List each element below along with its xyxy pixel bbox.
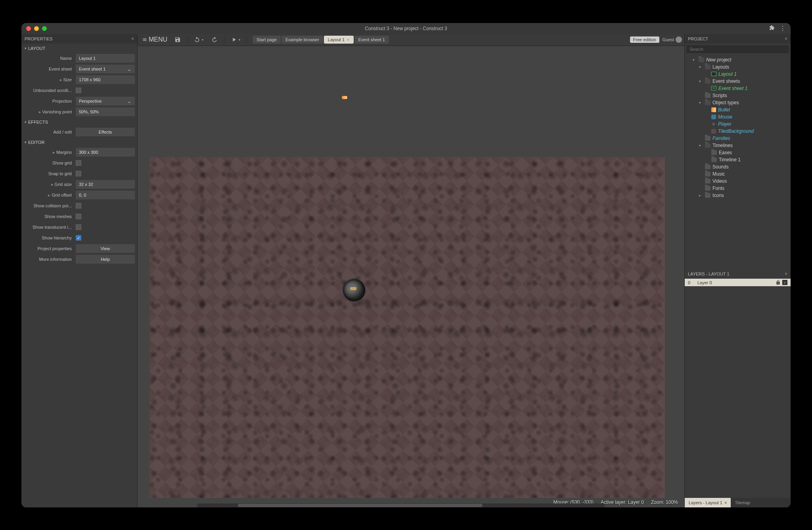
visibility-icon[interactable]: ✓ — [782, 280, 787, 285]
tree-music-folder[interactable]: Music — [686, 170, 790, 178]
maximize-window-button[interactable] — [42, 26, 47, 31]
play-button[interactable]: ▾ — [228, 35, 243, 44]
tree-scripts-folder[interactable]: Scripts — [686, 92, 790, 99]
folder-icon — [705, 172, 710, 176]
project-search-input[interactable] — [686, 45, 789, 53]
tab-startpage[interactable]: Start page — [253, 36, 281, 44]
tree-layouts-folder[interactable]: ▾Layouts — [686, 63, 790, 71]
prop-hierarchy-checkbox[interactable] — [76, 235, 81, 241]
prop-vanishing-input[interactable]: 50%, 50% — [76, 107, 135, 116]
tree-families-folder[interactable]: Families — [686, 135, 790, 142]
prop-gridoffset-input[interactable]: 0, 0 — [76, 191, 135, 199]
tree-obj-bullet[interactable]: Bullet — [686, 106, 790, 113]
prop-label-projprops: Project properties — [21, 246, 76, 251]
horizontal-scrollbar[interactable] — [197, 503, 605, 507]
prop-gridsize-input[interactable]: 32 x 32 — [76, 180, 135, 189]
menu-button[interactable]: MENU — [140, 34, 170, 45]
tree-eases-folder[interactable]: Eases — [686, 149, 790, 156]
tab-layout1[interactable]: Layout 1× — [324, 36, 354, 44]
tree-obj-tiledbg[interactable]: TiledBackground — [686, 128, 790, 135]
prop-eventsheet-select[interactable]: Event sheet 1 — [76, 65, 135, 73]
tree-objtypes-folder[interactable]: ▾Object types — [686, 99, 790, 106]
layers-tabs: Layers - Layout 1× Tilemap — [685, 498, 791, 507]
bullet-icon — [711, 107, 716, 112]
layers-header: LAYERS - LAYOUT 1 × — [685, 269, 791, 279]
layout-section-header[interactable]: LAYOUT — [21, 44, 137, 53]
tab-tilemap[interactable]: Tilemap — [731, 498, 754, 507]
minimize-window-button[interactable] — [34, 26, 39, 31]
player-icon — [711, 122, 716, 126]
folder-icon — [705, 143, 710, 148]
prop-collision-checkbox[interactable] — [76, 203, 81, 209]
tree-videos-folder[interactable]: Videos — [686, 178, 790, 185]
titlebar: Construct 3 - New project - Construct 3 … — [21, 23, 791, 34]
tab-layers[interactable]: Layers - Layout 1× — [685, 498, 731, 507]
free-edition-badge[interactable]: Free edition — [630, 36, 659, 43]
tree-obj-player[interactable]: Player — [686, 121, 790, 128]
prop-showgrid-checkbox[interactable] — [76, 160, 81, 166]
prop-projection-select[interactable]: Perspective — [76, 97, 135, 105]
properties-header: PROPERTIES × — [21, 34, 137, 44]
prop-margins-input[interactable]: 300 x 300 — [76, 148, 135, 157]
tree-layout1[interactable]: Layout 1 — [686, 71, 790, 78]
close-layers-tab-icon[interactable]: × — [724, 500, 727, 505]
effects-section-header[interactable]: EFFECTS — [21, 117, 137, 127]
view-button[interactable]: View — [76, 244, 135, 253]
prop-translucent-checkbox[interactable] — [76, 224, 81, 230]
layer-row-0[interactable]: 0 Layer 0 ✓ — [685, 279, 791, 286]
more-icon[interactable]: ⋮ — [779, 27, 786, 31]
tiledbg-icon — [711, 129, 716, 134]
redo-button[interactable] — [208, 35, 221, 44]
prop-label-gridoffset: Grid offset — [21, 193, 76, 198]
prop-size-input[interactable]: 1708 x 960 — [76, 75, 135, 84]
tab-examples[interactable]: Example browser — [282, 36, 323, 44]
prop-label-meshes: Show meshes — [21, 214, 76, 219]
avatar-icon — [676, 36, 682, 43]
tab-eventsheet1[interactable]: Event sheet 1 — [354, 36, 389, 44]
tree-eventsheet1[interactable]: Event sheet 1 — [686, 85, 790, 92]
mouse-icon — [711, 115, 716, 119]
tree-eventsheets-folder[interactable]: ▾Event sheets — [686, 78, 790, 85]
project-header: PROJECT × — [685, 34, 791, 44]
lock-icon[interactable] — [776, 280, 781, 285]
help-button[interactable]: Help — [76, 255, 135, 264]
close-project-icon[interactable]: × — [785, 36, 787, 42]
main-toolbar: MENU ▾ ▾ Start page Example browser Layo… — [138, 34, 684, 46]
tree-obj-mouse[interactable]: Mouse — [686, 113, 790, 121]
prop-label-size: Size — [21, 77, 76, 82]
player-object[interactable] — [343, 279, 365, 301]
save-button[interactable] — [171, 35, 184, 44]
close-layers-icon[interactable]: × — [785, 271, 787, 277]
prop-name-input[interactable]: Layout 1 — [76, 54, 135, 63]
properties-title: PROPERTIES — [25, 36, 53, 41]
tree-sounds-folder[interactable]: Sounds — [686, 163, 790, 170]
tree-icons-folder[interactable]: ▸Icons — [686, 192, 790, 199]
effects-button[interactable]: Effects — [76, 128, 135, 136]
prop-snap-checkbox[interactable] — [76, 171, 81, 176]
close-properties-icon[interactable]: × — [131, 36, 134, 42]
prop-label-addedit: Add / edit — [21, 130, 76, 134]
prop-label-showgrid: Show grid — [21, 161, 76, 165]
folder-icon — [705, 136, 710, 141]
layout-canvas[interactable]: Mouse: (530, -333) Active layer: Layer 0… — [138, 46, 684, 507]
undo-button[interactable]: ▾ — [191, 35, 207, 44]
editor-section-header[interactable]: EDITOR — [21, 138, 137, 147]
project-title: PROJECT — [688, 36, 708, 41]
prop-label-unbounded: Unbounded scrolli... — [21, 88, 76, 93]
tree-timelines-folder[interactable]: ▾Timelines — [686, 142, 790, 149]
prop-label-snap: Snap to grid — [21, 171, 76, 176]
prop-meshes-checkbox[interactable] — [76, 214, 81, 219]
prop-unbounded-checkbox[interactable] — [76, 88, 81, 93]
prop-label-eventsheet: Event sheet — [21, 67, 76, 71]
close-tab-icon[interactable]: × — [347, 37, 349, 42]
bullet-object[interactable] — [342, 96, 347, 99]
tree-project-root[interactable]: ▾New project — [686, 56, 790, 63]
app-window: Construct 3 - New project - Construct 3 … — [21, 23, 791, 507]
tree-timeline1[interactable]: Timeline 1 — [686, 156, 790, 163]
tree-fonts-folder[interactable]: Fonts — [686, 185, 790, 192]
guest-account[interactable]: Guest — [663, 36, 682, 43]
close-window-button[interactable] — [26, 26, 31, 31]
extension-icon[interactable] — [769, 25, 775, 32]
tiled-background-object[interactable] — [149, 157, 665, 498]
prop-label-moreinfo: More information — [21, 257, 76, 262]
